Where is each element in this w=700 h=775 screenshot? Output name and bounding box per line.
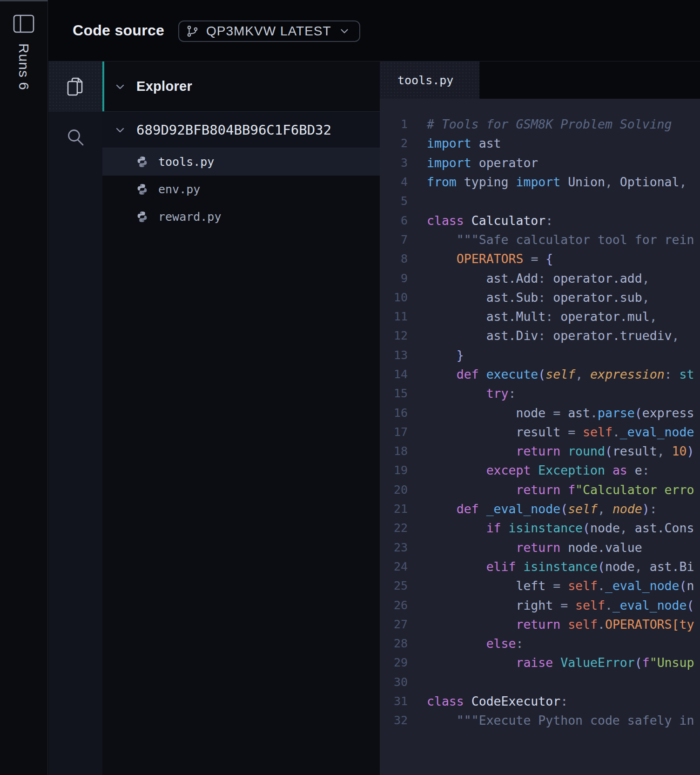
line-text: except Exception as e:	[427, 463, 650, 477]
code-line-8: 8 OPERATORS = {	[380, 249, 700, 268]
code-line-6: 6class Calculator:	[380, 211, 700, 230]
search-icon	[65, 128, 86, 148]
line-text: ast.Add: operator.add,	[427, 271, 650, 286]
line-number: 15	[380, 387, 408, 400]
explorer-panel: Explorer 689D92BFB804BB96C1F6BD32 tools.…	[102, 61, 380, 775]
code-line-10: 10 ast.Sub: operator.sub,	[380, 288, 700, 307]
line-number: 5	[380, 194, 408, 208]
activity-bar	[48, 61, 102, 775]
python-file-icon	[136, 156, 148, 168]
line-text: ast.Div: operator.truediv,	[427, 328, 680, 343]
code-line-24: 24 elif isinstance(node, ast.Bi	[380, 557, 700, 576]
code-line-25: 25 left = self._eval_node(n	[380, 576, 700, 595]
line-number: 7	[380, 233, 408, 246]
folder-name: 689D92BFB804BB96C1F6BD32	[136, 122, 331, 138]
code-line-30: 30	[380, 673, 700, 692]
file-name: tools.py	[158, 155, 214, 169]
code-line-29: 29 raise ValueError(f"Unsup	[380, 653, 700, 672]
line-number: 20	[380, 483, 408, 496]
line-text: elif isinstance(node, ast.Bi	[427, 559, 694, 574]
code-line-7: 7 """Safe calculator tool for rein	[380, 230, 700, 249]
line-text: return round(result, 10)	[427, 444, 694, 458]
code-line-15: 15 try:	[380, 384, 700, 403]
line-number: 8	[380, 252, 408, 265]
line-text: import operator	[427, 156, 538, 170]
line-number: 27	[380, 618, 408, 631]
line-text: return node.value	[427, 540, 642, 555]
code-line-3: 3import operator	[380, 153, 700, 172]
tab-label: tools.py	[397, 74, 453, 87]
python-file-icon	[136, 211, 148, 223]
code-line-16: 16 node = ast.parse(express	[380, 403, 700, 422]
code-line-19: 19 except Exception as e:	[380, 461, 700, 480]
line-number: 28	[380, 637, 408, 650]
runs-tab[interactable]: Runs 6	[16, 43, 32, 90]
python-file-icon	[136, 183, 148, 196]
line-text: right = self._eval_node(	[427, 598, 694, 612]
page-title: Code source	[73, 0, 164, 61]
line-number: 31	[380, 694, 408, 708]
line-number: 32	[380, 714, 408, 727]
line-number: 26	[380, 598, 408, 612]
line-text: ast.Sub: operator.sub,	[427, 290, 650, 305]
code-line-11: 11 ast.Mult: operator.mul,	[380, 307, 700, 326]
line-number: 17	[380, 425, 408, 439]
line-text: def _eval_node(self, node):	[427, 502, 657, 516]
panel-toggle-button[interactable]	[13, 14, 36, 34]
activity-search-view[interactable]	[48, 112, 102, 164]
line-number: 24	[380, 560, 408, 573]
line-number: 9	[380, 272, 408, 285]
line-number: 23	[380, 541, 408, 554]
files-icon	[65, 76, 86, 97]
code-line-17: 17 result = self._eval_node	[380, 422, 700, 442]
code-line-23: 23 return node.value	[380, 538, 700, 557]
code-line-21: 21 def _eval_node(self, node):	[380, 499, 700, 518]
file-list: tools.py env.py reward.py	[102, 148, 380, 231]
code-area[interactable]: 1# Tools for GSM8K Problem Solving2impor…	[380, 99, 700, 775]
line-number: 2	[380, 136, 408, 150]
editor-panel: tools.py 1# Tools for GSM8K Problem Solv…	[380, 61, 700, 775]
line-number: 16	[380, 406, 408, 420]
code-line-2: 2import ast	[380, 134, 700, 153]
line-number: 25	[380, 579, 408, 592]
file-item-tools.py[interactable]: tools.py	[102, 148, 380, 176]
code-line-32: 32 """Execute Python code safely in	[380, 711, 700, 730]
line-number: 29	[380, 656, 408, 669]
line-number: 11	[380, 310, 408, 323]
line-number: 19	[380, 463, 408, 477]
line-number: 30	[380, 675, 408, 689]
explorer-title: Explorer	[136, 79, 192, 94]
version-label: QP3MKVW LATEST	[206, 24, 331, 39]
line-text: raise ValueError(f"Unsup	[427, 655, 694, 670]
line-number: 10	[380, 291, 408, 304]
code-line-18: 18 return round(result, 10)	[380, 442, 700, 461]
code-line-1: 1# Tools for GSM8K Problem Solving	[380, 115, 700, 134]
folder-row[interactable]: 689D92BFB804BB96C1F6BD32	[102, 112, 380, 148]
line-text: class CodeExecutor:	[427, 694, 568, 708]
chevron-down-icon	[114, 124, 126, 136]
file-item-reward.py[interactable]: reward.py	[102, 203, 380, 231]
line-number: 1	[380, 117, 408, 131]
file-name: reward.py	[158, 210, 221, 224]
line-text: class Calculator:	[427, 213, 553, 228]
chevron-down-icon	[114, 81, 126, 93]
tab-tools-py[interactable]: tools.py	[380, 61, 479, 99]
line-text: # Tools for GSM8K Problem Solving	[427, 117, 672, 131]
code-line-20: 20 return f"Calculator erro	[380, 480, 700, 499]
code-line-28: 28 else:	[380, 634, 700, 653]
file-item-env.py[interactable]: env.py	[102, 176, 380, 203]
line-number: 4	[380, 175, 408, 189]
activity-files-view[interactable]	[48, 61, 102, 112]
line-text: left = self._eval_node(n	[427, 578, 694, 593]
version-selector-button[interactable]: QP3MKVW LATEST	[178, 20, 360, 42]
code-line-5: 5	[380, 191, 700, 211]
code-line-31: 31class CodeExecutor:	[380, 692, 700, 711]
line-number: 14	[380, 367, 408, 381]
code-line-22: 22 if isinstance(node, ast.Cons	[380, 518, 700, 537]
line-text: if isinstance(node, ast.Cons	[427, 521, 694, 535]
explorer-header[interactable]: Explorer	[102, 61, 380, 112]
line-text: OPERATORS = {	[427, 252, 553, 266]
code-line-27: 27 return self.OPERATORS[ty	[380, 615, 700, 634]
line-number: 18	[380, 444, 408, 458]
line-text: ast.Mult: operator.mul,	[427, 309, 657, 324]
